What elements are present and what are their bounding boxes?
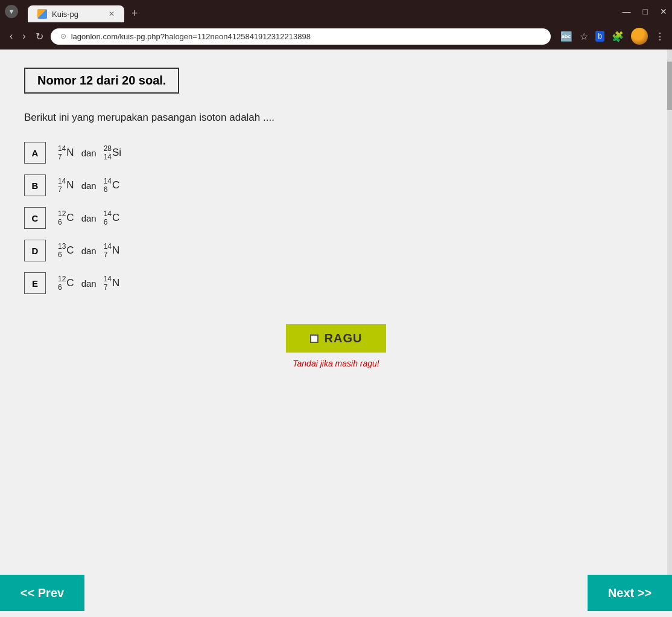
- option-b-label: B: [24, 174, 46, 196]
- active-tab[interactable]: Kuis-pg ✕: [28, 5, 124, 22]
- minimize-btn[interactable]: —: [623, 7, 631, 16]
- option-c-content: 12 6 C dan 14 6 C: [58, 209, 119, 227]
- nuclide-a2: 28 14 Si: [104, 144, 121, 162]
- close-btn[interactable]: ✕: [660, 7, 667, 16]
- nuclide-e1: 12 6 C: [58, 275, 74, 292]
- toolbar-icons: 🔤 ☆ b 🧩 ⋮: [560, 28, 665, 45]
- next-button[interactable]: Next >>: [588, 575, 672, 611]
- question-number-box: Nomor 12 dari 20 soal.: [24, 68, 179, 94]
- nuclide-b1: 14 7 N: [58, 177, 74, 194]
- ragu-button[interactable]: RAGU: [286, 324, 387, 353]
- url-text: lagonlon.com/kuis-pg.php?halogen=112neon…: [71, 32, 311, 41]
- option-b-row[interactable]: B 14 7 N dan 14 6 C: [24, 174, 648, 196]
- back-btn[interactable]: ‹: [7, 28, 15, 44]
- forward-btn[interactable]: ›: [20, 28, 28, 44]
- extensions-icon[interactable]: 🧩: [612, 31, 624, 42]
- new-tab-btn[interactable]: +: [124, 5, 145, 22]
- page-content: Nomor 12 dari 20 soal. Berikut ini yang …: [0, 50, 672, 575]
- page-wrapper: Nomor 12 dari 20 soal. Berikut ini yang …: [0, 50, 672, 575]
- ragu-button-label: RAGU: [325, 331, 363, 345]
- option-d-row[interactable]: D 13 6 C dan 14 7 N: [24, 240, 648, 261]
- url-security-icon: ⊙: [60, 32, 66, 40]
- option-c-row[interactable]: C 12 6 C dan 14 6 C: [24, 207, 648, 229]
- ragu-checkbox-icon: [310, 334, 319, 343]
- scrollbar-thumb[interactable]: [667, 62, 672, 110]
- window-controls: — □ ✕: [623, 7, 667, 16]
- option-a-label: A: [24, 142, 46, 164]
- address-bar: ‹ › ↻ ⊙ lagonlon.com/kuis-pg.php?halogen…: [0, 23, 672, 50]
- tab-favicon: [37, 9, 47, 19]
- tab-close-btn[interactable]: ✕: [109, 10, 115, 18]
- question-number-label: Nomor 12 dari 20 soal.: [37, 74, 166, 87]
- option-c-label: C: [24, 207, 46, 229]
- ragu-section: RAGU Tandai jika masih ragu!: [24, 324, 648, 368]
- expand-btn[interactable]: ▼: [5, 5, 18, 18]
- prev-button[interactable]: << Prev: [0, 575, 84, 611]
- ragu-hint: Tandai jika masih ragu!: [293, 359, 379, 368]
- option-e-label: E: [24, 272, 46, 294]
- nuclide-b2: 14 6 C: [104, 177, 120, 194]
- option-d-content: 13 6 C dan 14 7 N: [58, 242, 119, 260]
- scrollbar[interactable]: [667, 50, 672, 575]
- nav-footer: << Prev Next >>: [0, 575, 672, 611]
- option-a-row[interactable]: A 14 7 N dan 28 14 Si: [24, 142, 648, 164]
- title-bar: ▼ Kuis-pg ✕ + — □ ✕: [0, 0, 672, 23]
- option-a-content: 14 7 N dan 28 14 Si: [58, 144, 121, 162]
- star-icon[interactable]: ☆: [580, 31, 588, 42]
- profile-avatar[interactable]: [631, 28, 648, 45]
- shield-icon[interactable]: b: [595, 31, 604, 42]
- option-e-content: 12 6 C dan 14 7 N: [58, 275, 119, 292]
- option-b-content: 14 7 N dan 14 6 C: [58, 177, 119, 194]
- menu-icon[interactable]: ⋮: [655, 31, 665, 42]
- nuclide-e2: 14 7 N: [104, 275, 120, 292]
- nuclide-d1: 13 6 C: [58, 242, 74, 260]
- option-e-row[interactable]: E 12 6 C dan 14 7 N: [24, 272, 648, 294]
- translate-icon[interactable]: 🔤: [560, 31, 572, 42]
- nuclide-c2: 14 6 C: [104, 209, 120, 227]
- question-text: Berikut ini yang merupakan pasangan isot…: [24, 112, 648, 124]
- option-d-label: D: [24, 240, 46, 261]
- tab-title: Kuis-pg: [52, 10, 78, 19]
- nuclide-c1: 12 6 C: [58, 209, 74, 227]
- browser-chrome: ▼ Kuis-pg ✕ + — □ ✕ ‹ › ↻ ⊙ lagonlon.com…: [0, 0, 672, 50]
- nuclide-d2: 14 7 N: [104, 242, 120, 260]
- url-box[interactable]: ⊙ lagonlon.com/kuis-pg.php?halogen=112ne…: [51, 28, 551, 45]
- nuclide-a1: 14 7 N: [58, 144, 74, 162]
- reload-btn[interactable]: ↻: [33, 28, 46, 45]
- maximize-btn[interactable]: □: [643, 7, 648, 16]
